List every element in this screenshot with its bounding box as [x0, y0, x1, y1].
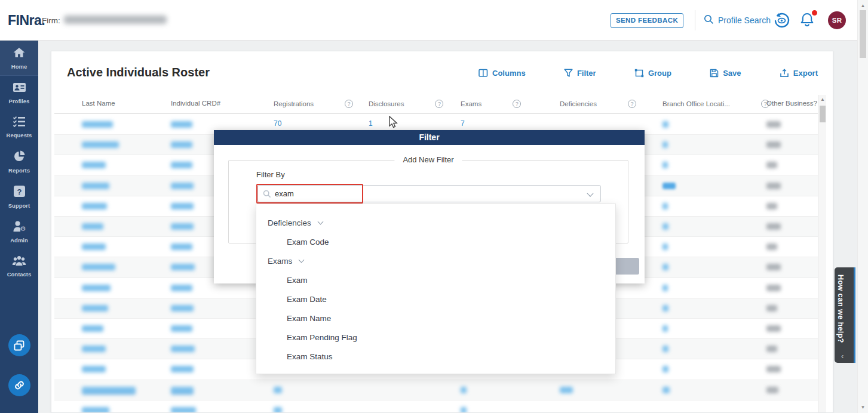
table-row[interactable] [54, 380, 818, 400]
help-icon[interactable]: ? [345, 100, 353, 108]
redacted-cell [662, 325, 668, 332]
redacted-cell [82, 162, 106, 168]
home-icon [13, 47, 26, 61]
help-icon[interactable]: ? [628, 100, 636, 108]
column-header[interactable]: Other Business? [766, 100, 817, 107]
chevron-down-icon[interactable] [587, 190, 593, 196]
dropdown-group-label: Deficiencies [268, 218, 311, 227]
scrollbar-thumb[interactable] [820, 106, 826, 122]
disclosures-link[interactable]: 1 [369, 119, 373, 128]
dropdown-item-exam[interactable]: Exam [256, 270, 615, 289]
link-icon [14, 380, 25, 391]
exams-link[interactable]: 7 [461, 119, 465, 128]
redacted-cell [171, 244, 192, 250]
notification-badge [811, 9, 818, 17]
sidebar-item-admin[interactable]: ⚙Admin [0, 214, 38, 249]
column-header-label: Deficiencies [560, 100, 597, 107]
sidebar-item-home[interactable]: Home [0, 41, 38, 76]
redacted-cell [82, 121, 113, 128]
redacted-cell [766, 305, 777, 312]
filter-search-input[interactable] [275, 189, 514, 198]
page-scrollbar[interactable]: ▲ ▼ [857, 0, 868, 413]
redacted-cell [662, 244, 668, 250]
notifications-button[interactable] [799, 11, 816, 29]
sidebar-item-label: Requests [7, 132, 32, 138]
column-header[interactable]: Exams? [461, 100, 521, 108]
redacted-cell [82, 325, 103, 332]
popout-windows-button[interactable] [8, 334, 30, 356]
redacted-cell [82, 203, 107, 209]
column-header[interactable]: Branch Office Locati...? [662, 100, 769, 108]
dropdown-group-label: Exams [268, 257, 292, 266]
windows-icon [13, 340, 25, 352]
sidebar-item-requests[interactable]: Requests [0, 110, 38, 144]
filter-by-combobox[interactable] [257, 185, 601, 202]
redacted-cell [274, 387, 282, 393]
redacted-cell [171, 366, 194, 372]
column-header[interactable]: Registrations? [274, 100, 353, 108]
registrations-link[interactable]: 70 [274, 119, 281, 128]
table-row[interactable] [54, 400, 818, 413]
page-scroll-up-arrow[interactable]: ▲ [858, 3, 868, 8]
redacted-cell [461, 407, 467, 413]
help-icon[interactable]: ? [435, 100, 443, 108]
help-tab[interactable]: How can we help? ‹ [835, 267, 855, 363]
column-header[interactable]: Last Name [82, 100, 115, 107]
link-button[interactable] [8, 374, 30, 396]
redacted-cell [662, 264, 668, 270]
redacted-cell [766, 223, 781, 230]
support-icon: ? [13, 185, 26, 200]
sidebar-item-reports[interactable]: Reports [0, 144, 38, 179]
chevron-left-icon: ‹ [841, 352, 844, 360]
dropdown-item-exam-name[interactable]: Exam Name [256, 309, 615, 328]
profile-search-label: Profile Search [718, 16, 771, 25]
dropdown-item-exam-date[interactable]: Exam Date [256, 289, 615, 309]
redacted-cell [82, 305, 108, 312]
help-tab-label: How can we help? [836, 275, 845, 343]
redacted-cell [662, 366, 668, 372]
sidebar-item-label: Support [8, 202, 30, 209]
redacted-cell [171, 325, 192, 332]
filter-by-label: Filter By [256, 170, 285, 179]
dropdown-item-exam-code[interactable]: Exam Code [256, 232, 615, 251]
group-button[interactable]: Group [634, 69, 671, 78]
send-feedback-button[interactable]: SEND FEEDBACK [611, 13, 683, 28]
filter-button[interactable]: Filter [564, 69, 596, 78]
redacted-cell [171, 223, 194, 230]
redacted-cell [82, 183, 109, 189]
table-scrollbar[interactable]: ▲ [818, 95, 826, 413]
redacted-cell [560, 387, 573, 393]
columns-button[interactable]: Columns [479, 69, 526, 78]
page-title: Active Individuals Roster [67, 66, 210, 79]
page-scrollbar-thumb[interactable] [860, 10, 866, 58]
table-header-row: Last NameIndividual CRD#Registrations?Di… [54, 95, 818, 114]
dropdown-group-exams[interactable]: Exams [256, 251, 615, 270]
sidebar-item-contacts[interactable]: Contacts [0, 249, 38, 283]
redacted-cell [766, 244, 777, 250]
scroll-up-arrow[interactable]: ▲ [818, 97, 827, 102]
chevron-down-icon [317, 218, 323, 224]
dropdown-item-exam-status[interactable]: Exam Status [256, 347, 615, 366]
avatar[interactable]: SR [828, 11, 846, 29]
export-button[interactable]: Export [780, 69, 818, 78]
dropdown-item-exam-pending-flag[interactable]: Exam Pending Flag [256, 328, 615, 347]
redacted-cell [82, 264, 115, 270]
save-button[interactable]: Save [710, 69, 741, 78]
sidebar-item-label: Home [11, 63, 27, 70]
svg-text:?: ? [17, 187, 22, 196]
redacted-cell [766, 285, 781, 291]
column-header[interactable]: Deficiencies? [560, 100, 636, 108]
redacted-cell [766, 264, 781, 270]
dropdown-group-deficiencies[interactable]: Deficiencies [256, 213, 615, 232]
add-new-filter-legend: Add New Filter [394, 155, 462, 164]
profile-search-button[interactable]: Profile Search [704, 14, 771, 26]
view-history-button[interactable] [772, 11, 790, 29]
sidebar-item-profiles[interactable]: Profiles [0, 76, 38, 110]
column-header[interactable]: Individual CRD# [171, 100, 220, 107]
redacted-cell [171, 121, 192, 128]
redacted-cell [171, 162, 192, 168]
help-icon[interactable]: ? [513, 100, 521, 108]
column-header[interactable]: Disclosures? [369, 100, 443, 108]
page-scroll-down-arrow[interactable]: ▼ [858, 405, 868, 410]
sidebar-item-support[interactable]: ?Support [0, 179, 38, 214]
